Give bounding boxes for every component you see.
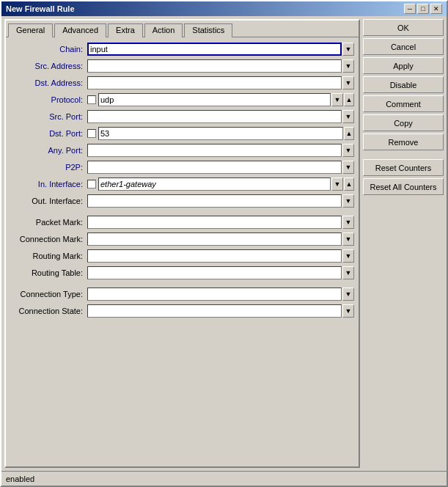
dst-port-label: Dst. Port: [10,129,87,138]
dst-address-label: Dst. Address: [10,78,87,87]
tab-statistics[interactable]: Statistics [184,23,232,37]
reset-all-counters-button[interactable]: Reset All Counters [363,178,444,195]
routing-mark-row: Routing Mark: ▼ [10,249,354,263]
out-interface-input-wrapper: ▼ [87,194,354,208]
connection-type-input-wrapper: ▼ [87,288,354,301]
dst-port-input[interactable] [98,127,343,140]
dst-port-expand-btn[interactable]: ▲ [344,127,354,140]
in-interface-checkbox[interactable] [87,180,96,188]
reset-counters-button[interactable]: Reset Counters [363,159,444,176]
routing-table-input-wrapper: ▼ [87,266,354,279]
cancel-button[interactable]: Cancel [363,38,444,55]
p2p-dropdown-btn[interactable]: ▼ [342,161,354,174]
status-bar: enabled [1,471,447,486]
src-address-row: Src. Address: ▼ [10,59,354,73]
any-port-row: Any. Port: ▼ [10,143,354,158]
out-interface-dropdown-btn[interactable]: ▼ [342,194,354,208]
connection-type-label: Connection Type: [10,290,87,299]
src-port-input-wrapper: ▼ [87,110,354,123]
copy-button[interactable]: Copy [363,114,444,131]
dst-address-input[interactable] [87,76,342,89]
dst-address-dropdown-btn[interactable]: ▼ [342,76,354,89]
routing-table-label: Routing Table: [10,268,87,277]
dst-port-checkbox[interactable] [87,129,96,138]
routing-mark-input[interactable] [87,249,342,263]
apply-button[interactable]: Apply [363,57,444,74]
connection-type-input[interactable] [87,288,342,301]
ok-button[interactable]: OK [363,19,444,36]
remove-button[interactable]: Remove [363,133,444,150]
connection-state-dropdown-btn[interactable]: ▼ [342,304,354,318]
chain-row: Chain: ▼ [10,42,354,56]
p2p-input[interactable] [87,161,342,174]
tab-general[interactable]: General [8,23,53,37]
any-port-input-wrapper: ▼ [87,144,354,157]
protocol-input-wrapper: ▼ ▲ [87,93,354,106]
routing-table-input[interactable] [87,266,342,279]
tab-advanced[interactable]: Advanced [54,23,106,37]
routing-table-dropdown-btn[interactable]: ▼ [342,266,354,279]
p2p-label: P2P: [10,163,87,172]
protocol-dropdown-btn[interactable]: ▼ [331,93,343,106]
src-address-dropdown-btn[interactable]: ▼ [342,59,354,73]
chain-input[interactable] [87,43,342,56]
in-interface-input[interactable] [98,177,331,191]
routing-table-row: Routing Table: ▼ [10,266,354,280]
connection-state-label: Connection State: [10,307,87,315]
connection-state-input[interactable] [87,304,342,318]
tab-action[interactable]: Action [144,23,183,37]
minimize-button[interactable]: ─ [404,4,416,14]
disable-button[interactable]: Disable [363,76,444,93]
packet-mark-dropdown-btn[interactable]: ▼ [342,216,354,229]
packet-mark-input-wrapper: ▼ [87,216,354,229]
connection-type-dropdown-btn[interactable]: ▼ [342,288,354,301]
p2p-input-wrapper: ▼ [87,161,354,174]
in-interface-row: In. Interface: ▼ ▲ [10,177,354,191]
any-port-input[interactable] [87,144,342,157]
packet-mark-input[interactable] [87,216,342,229]
routing-mark-input-wrapper: ▼ [87,249,354,263]
chain-dropdown-btn[interactable]: ▼ [342,43,354,56]
in-interface-dropdown-btn[interactable]: ▼ [331,177,343,191]
content-area: General Advanced Extra Action Statistics [1,16,447,471]
window-title: New Firewall Rule [6,4,75,13]
src-port-row: Src. Port: ▼ [10,109,354,124]
maximize-button[interactable]: □ [417,4,429,14]
title-bar-buttons: ─ □ ✕ [404,4,442,14]
in-interface-expand-btn[interactable]: ▲ [344,177,354,191]
packet-mark-label: Packet Mark: [10,218,87,227]
connection-state-input-wrapper: ▼ [87,304,354,318]
dst-address-input-wrapper: ▼ [87,76,354,89]
protocol-label: Protocol: [10,95,87,104]
in-interface-input-wrapper: ▼ ▲ [87,177,354,191]
src-address-input-wrapper: ▼ [87,59,354,73]
connection-mark-dropdown-btn[interactable]: ▼ [342,232,354,246]
src-port-dropdown-btn[interactable]: ▼ [342,110,354,123]
src-address-input[interactable] [87,59,342,73]
routing-mark-dropdown-btn[interactable]: ▼ [342,249,354,263]
title-bar: New Firewall Rule ─ □ ✕ [1,1,447,16]
connection-mark-input[interactable] [87,232,342,246]
dst-address-row: Dst. Address: ▼ [10,76,354,90]
close-button[interactable]: ✕ [430,4,442,14]
protocol-expand-btn[interactable]: ▲ [344,93,354,106]
main-window: New Firewall Rule ─ □ ✕ General Advanced… [0,0,448,487]
comment-button[interactable]: Comment [363,95,444,112]
tab-extra[interactable]: Extra [108,23,143,37]
protocol-checkbox[interactable] [87,95,96,104]
main-panel: General Advanced Extra Action Statistics [4,19,360,468]
side-buttons-panel: OK Cancel Apply Disable Comment Copy Rem… [363,19,444,468]
any-port-dropdown-btn[interactable]: ▼ [342,144,354,157]
protocol-input[interactable] [98,93,331,106]
routing-mark-label: Routing Mark: [10,252,87,260]
any-port-label: Any. Port: [10,146,87,155]
out-interface-input[interactable] [87,194,342,208]
out-interface-row: Out. Interface: ▼ [10,194,354,208]
chain-input-wrapper: ▼ [87,43,354,56]
chain-label: Chain: [10,45,87,54]
connection-type-row: Connection Type: ▼ [10,287,354,301]
status-text: enabled [6,475,34,483]
src-port-input[interactable] [87,110,342,123]
connection-mark-input-wrapper: ▼ [87,232,354,246]
tab-content-general: Chain: ▼ Src. Address: ▼ [6,37,359,466]
